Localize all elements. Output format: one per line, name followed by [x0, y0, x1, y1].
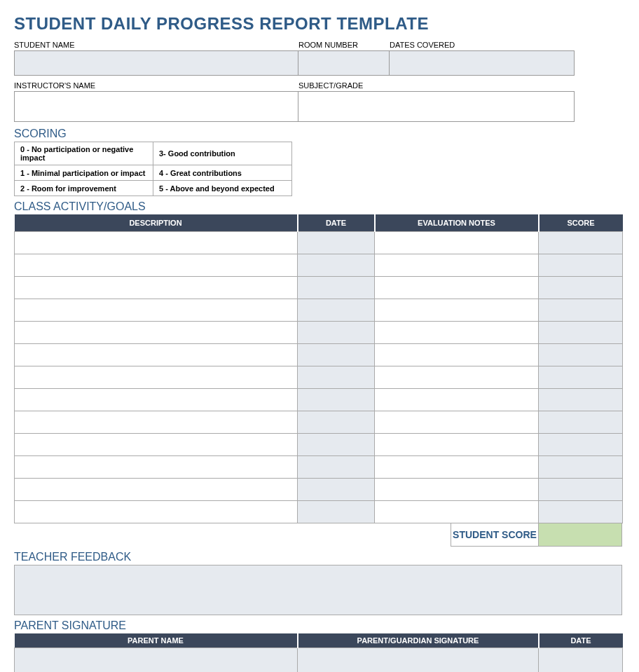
table-row [15, 389, 623, 411]
activity-date-cell[interactable] [298, 299, 375, 322]
activity-description-cell[interactable] [15, 456, 298, 479]
activity-date-cell[interactable] [298, 389, 375, 411]
activity-score-cell[interactable] [539, 456, 623, 479]
activity-table: DESCRIPTION DATE EVALUATION NOTES SCORE [14, 214, 623, 523]
activity-score-cell[interactable] [539, 411, 623, 434]
activity-description-cell[interactable] [15, 366, 298, 389]
table-row [15, 434, 623, 456]
sig-date-field[interactable] [539, 648, 623, 673]
table-row [15, 344, 623, 366]
scoring-cell: 0 - No participation or negative impact [15, 142, 153, 165]
activity-description-cell[interactable] [15, 479, 298, 501]
activity-evaluation-cell[interactable] [375, 434, 539, 456]
table-row [15, 479, 623, 501]
activity-date-cell[interactable] [298, 501, 375, 523]
activity-description-cell[interactable] [15, 434, 298, 456]
activity-date-cell[interactable] [298, 479, 375, 501]
activity-score-cell[interactable] [539, 366, 623, 389]
activity-evaluation-cell[interactable] [375, 366, 539, 389]
activity-score-cell[interactable] [539, 434, 623, 456]
sig-name-field[interactable] [15, 648, 298, 673]
student-name-label: STUDENT NAME [14, 41, 298, 50]
table-row [15, 232, 623, 254]
table-row [15, 456, 623, 479]
activity-date-cell[interactable] [298, 277, 375, 299]
feedback-heading: TEACHER FEEDBACK [14, 551, 625, 563]
activity-description-cell[interactable] [15, 277, 298, 299]
student-score-label: STUDENT SCORE [451, 523, 538, 547]
scoring-cell: 1 - Minimal participation or impact [15, 165, 153, 181]
table-row [15, 277, 623, 299]
activity-description-cell[interactable] [15, 389, 298, 411]
activity-date-cell[interactable] [298, 254, 375, 277]
activity-evaluation-cell[interactable] [375, 501, 539, 523]
activity-evaluation-cell[interactable] [375, 322, 539, 344]
sig-header-date: DATE [539, 633, 623, 648]
activity-description-cell[interactable] [15, 411, 298, 434]
scoring-table: 0 - No participation or negative impact … [14, 142, 292, 196]
activity-description-cell[interactable] [15, 501, 298, 523]
table-row [15, 501, 623, 523]
activity-date-cell[interactable] [298, 344, 375, 366]
activity-date-cell[interactable] [298, 322, 375, 344]
student-score-value[interactable] [538, 523, 622, 547]
activity-evaluation-cell[interactable] [375, 479, 539, 501]
activity-evaluation-cell[interactable] [375, 389, 539, 411]
activity-score-cell[interactable] [539, 389, 623, 411]
activity-evaluation-cell[interactable] [375, 344, 539, 366]
activity-header-date: DATE [298, 214, 375, 232]
instructor-name-field[interactable] [14, 91, 298, 122]
activity-score-cell[interactable] [539, 299, 623, 322]
student-name-field[interactable] [14, 50, 298, 76]
activity-score-cell[interactable] [539, 501, 623, 523]
sig-header-sig: PARENT/GUARDIAN SIGNATURE [298, 633, 539, 648]
dates-covered-label: DATES COVERED [390, 41, 575, 50]
subject-grade-label: SUBJECT/GRADE [298, 81, 575, 91]
activity-date-cell[interactable] [298, 232, 375, 254]
activity-score-cell[interactable] [539, 232, 623, 254]
activity-description-cell[interactable] [15, 232, 298, 254]
dates-covered-field[interactable] [390, 50, 575, 76]
activity-score-cell[interactable] [539, 277, 623, 299]
instructor-name-label: INSTRUCTOR'S NAME [14, 81, 298, 91]
activity-evaluation-cell[interactable] [375, 299, 539, 322]
activity-date-cell[interactable] [298, 366, 375, 389]
student-info-row: STUDENT NAME ROOM NUMBER DATES COVERED [14, 41, 575, 76]
activity-date-cell[interactable] [298, 456, 375, 479]
activity-evaluation-cell[interactable] [375, 456, 539, 479]
activity-header-score: SCORE [539, 214, 623, 232]
activity-score-cell[interactable] [539, 322, 623, 344]
room-number-field[interactable] [298, 50, 390, 76]
activity-evaluation-cell[interactable] [375, 277, 539, 299]
activity-evaluation-cell[interactable] [375, 411, 539, 434]
scoring-cell: 5 - Above and beyond expected [153, 181, 292, 196]
subject-grade-field[interactable] [298, 91, 575, 122]
activity-description-cell[interactable] [15, 254, 298, 277]
signature-heading: PARENT SIGNATURE [14, 619, 625, 632]
activity-score-cell[interactable] [539, 344, 623, 366]
activity-description-cell[interactable] [15, 322, 298, 344]
scoring-cell: 2 - Room for improvement [15, 181, 153, 196]
activity-date-cell[interactable] [298, 434, 375, 456]
activity-heading: CLASS ACTIVITY/GOALS [14, 200, 625, 213]
scoring-heading: SCORING [14, 128, 625, 140]
activity-evaluation-cell[interactable] [375, 232, 539, 254]
signature-table: PARENT NAME PARENT/GUARDIAN SIGNATURE DA… [14, 633, 623, 672]
sig-signature-field[interactable] [298, 648, 539, 673]
table-row [15, 411, 623, 434]
scoring-cell: 4 - Great contributions [153, 165, 292, 181]
activity-evaluation-cell[interactable] [375, 254, 539, 277]
page-title: STUDENT DAILY PROGRESS REPORT TEMPLATE [14, 14, 625, 34]
activity-description-cell[interactable] [15, 344, 298, 366]
activity-score-cell[interactable] [539, 254, 623, 277]
feedback-field[interactable] [14, 565, 622, 615]
activity-header-description: DESCRIPTION [15, 214, 298, 232]
table-row [15, 254, 623, 277]
table-row [15, 366, 623, 389]
table-row [15, 299, 623, 322]
activity-date-cell[interactable] [298, 411, 375, 434]
activity-description-cell[interactable] [15, 299, 298, 322]
room-number-label: ROOM NUMBER [298, 41, 390, 50]
activity-score-cell[interactable] [539, 479, 623, 501]
instructor-info-row: INSTRUCTOR'S NAME SUBJECT/GRADE [14, 81, 575, 122]
